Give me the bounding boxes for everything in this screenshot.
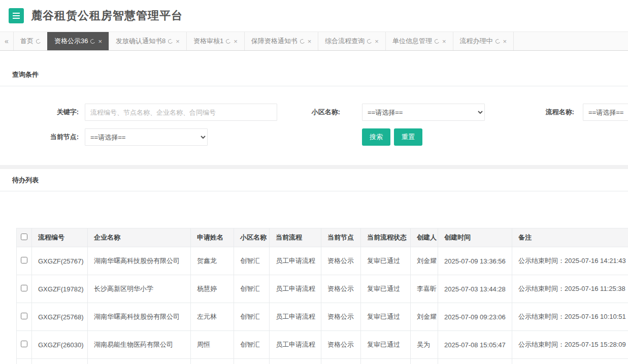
table-row: GXGZF(19782)长沙高新区明华小学杨慧婷创智汇员工申请流程资格公示复审已… [17,275,628,303]
current-node-label: 当前节点: [20,128,79,146]
row-checkbox-cell [17,331,32,359]
cell-creator: 刘金耀 [411,303,438,331]
tab-item-3[interactable]: 资格审核1× [186,32,244,50]
cell-current-flow: 员工申请流程 [270,275,321,303]
tab-label: 资格审核1 [193,37,223,46]
column-header-remark: 备注 [512,228,628,247]
search-button[interactable]: 搜索 [362,128,390,146]
tab-refresh-icon[interactable] [299,38,305,44]
todo-table-body: GXGZF(25767)湖南华曙高科技股份有限公司贺鑫龙创智汇员工申请流程资格公… [17,247,628,364]
tab-label: 流程办理中 [460,37,493,46]
cell-process-no: GXGZF(19782) [32,275,88,303]
cell-company-name: 湖南易能生物医药有限公司 [88,331,191,359]
community-select[interactable]: ==请选择== [362,104,485,121]
row-checkbox-cell [17,247,32,275]
cell-community-name: 创智汇 [234,331,270,359]
flow-name-select[interactable]: ==请选择== [583,104,628,121]
table-row: GXGZF(25768)湖南华曙高科技股份有限公司左元林创智汇员工申请流程资格公… [17,303,628,331]
cell-create-time: 2025-07-09 09:23:06 [438,303,512,331]
cell-creator: 李嘉昕 [411,275,438,303]
tab-close-icon[interactable]: × [503,38,507,45]
row-checkbox-cell [17,275,32,303]
tabbar: « 首页资格公示36×发放确认通知书8×资格审核1×保障资格通知书×综合流程查询… [0,31,628,51]
cell-creator: 刘金耀 [411,247,438,275]
tab-item-2[interactable]: 发放确认通知书8× [109,32,186,50]
tab-item-1[interactable]: 资格公示36× [47,32,109,50]
cell-create-time: 2025-07-03 13:44:28 [438,275,512,303]
select-all-checkbox[interactable] [21,234,27,240]
column-header-creator: 创建人 [411,228,438,247]
tab-close-icon[interactable]: × [442,38,446,45]
tab-close-icon[interactable]: × [308,38,312,45]
tab-refresh-icon[interactable] [90,38,96,44]
page: 麓谷租赁公租房智慧管理平台 « 首页资格公示36×发放确认通知书8×资格审核1×… [0,0,628,364]
keyword-input[interactable] [85,104,277,121]
row-checkbox[interactable] [21,341,27,347]
tab-refresh-icon[interactable] [367,38,373,44]
cell-community-name: 创智汇 [234,303,270,331]
tab-close-icon[interactable]: × [375,38,379,45]
keyword-label: 关键字: [20,104,79,121]
cell-flow-status: 复审已通过 [361,247,411,275]
community-label: 小区名称: [284,104,340,121]
tab-label: 综合流程查询 [325,37,365,46]
table-row: GXGZF(26030)湖南易能生物医药有限公司周恒创智汇员工申请流程资格公示复… [17,331,628,359]
tab-close-icon[interactable]: × [176,38,180,45]
table-row: GXGZF(25767)湖南华曙高科技股份有限公司贺鑫龙创智汇员工申请流程资格公… [17,247,628,275]
tabs-scroll-left-icon[interactable]: « [0,32,13,50]
cell-current-flow: 员工申请流程 [270,303,321,331]
column-header-process-no: 流程编号 [32,228,88,247]
cell-current-node: 资格公示 [321,247,361,275]
tab-item-7[interactable]: 流程办理中× [453,32,514,50]
cell-creator: 吴为 [411,331,438,359]
cell-create-time: 2025-07-08 15:05:47 [438,331,512,359]
panel-divider [0,165,628,169]
tab-refresh-icon[interactable] [494,38,501,44]
column-header-company-name: 企业名称 [88,228,191,247]
table-header-row: 流程编号企业名称申请姓名小区名称当前流程当前节点当前流程状态创建人创建时间备注 [17,228,628,247]
table-row-partial [17,359,628,364]
cell-process-no: GXGZF(25767) [32,247,88,275]
reset-button[interactable]: 重置 [394,128,422,146]
cell-community-name: 创智汇 [234,247,270,275]
tab-label: 首页 [20,37,34,46]
tab-label: 发放确认通知书8 [116,37,166,46]
cell-remark: 公示结束时间：2025-07-16 14:21:43 [512,247,628,275]
column-header-create-time: 创建时间 [438,228,512,247]
cell-applicant-name: 贺鑫龙 [191,247,234,275]
cell-community-name: 创智汇 [234,275,270,303]
tabs: 首页资格公示36×发放确认通知书8×资格审核1×保障资格通知书×综合流程查询×单… [13,32,514,50]
cell-flow-status: 复审已通过 [361,331,411,359]
select-all-cell [17,228,32,247]
cell-current-node: 资格公示 [321,275,361,303]
cell-create-time: 2025-07-09 13:36:56 [438,247,512,275]
tab-item-0[interactable]: 首页 [13,32,47,50]
tab-refresh-icon[interactable] [36,38,42,44]
cell-process-no: GXGZF(25768) [32,303,88,331]
tab-refresh-icon[interactable] [434,38,440,44]
row-checkbox[interactable] [21,285,27,291]
cell-flow-status: 复审已通过 [361,303,411,331]
tab-refresh-icon[interactable] [168,38,174,44]
cell-process-no: GXGZF(26030) [32,331,88,359]
column-header-current-node: 当前节点 [321,228,361,247]
cell-current-node: 资格公示 [321,331,361,359]
app-title: 麓谷租赁公租房智慧管理平台 [31,8,183,23]
tab-item-5[interactable]: 综合流程查询× [318,32,385,50]
tab-refresh-icon[interactable] [225,38,232,44]
cell-applicant-name: 周恒 [191,331,234,359]
row-checkbox[interactable] [21,257,27,263]
cell-current-flow: 员工申请流程 [270,331,321,359]
column-header-community-name: 小区名称 [234,228,270,247]
query-panel: 查询条件 关键字: 小区名称: ==请选择== 流程名称: ==请选择== 当前… [0,51,628,165]
cell-applicant-name: 杨慧婷 [191,275,234,303]
tab-close-icon[interactable]: × [234,38,238,45]
current-node-select[interactable]: ==请选择== [85,128,208,146]
todo-panel: 待办列表 流程编号企业名称申请姓名小区名称当前流程当前节点当前流程状态创建人创建… [0,169,628,364]
hamburger-menu-icon[interactable] [9,8,24,23]
tab-item-4[interactable]: 保障资格通知书× [244,32,318,50]
tab-item-6[interactable]: 单位信息管理× [385,32,453,50]
tab-close-icon[interactable]: × [98,38,102,45]
row-checkbox[interactable] [21,313,27,319]
cell-remark: 公示结束时间：2025-07-15 15:28:09 [512,331,628,359]
